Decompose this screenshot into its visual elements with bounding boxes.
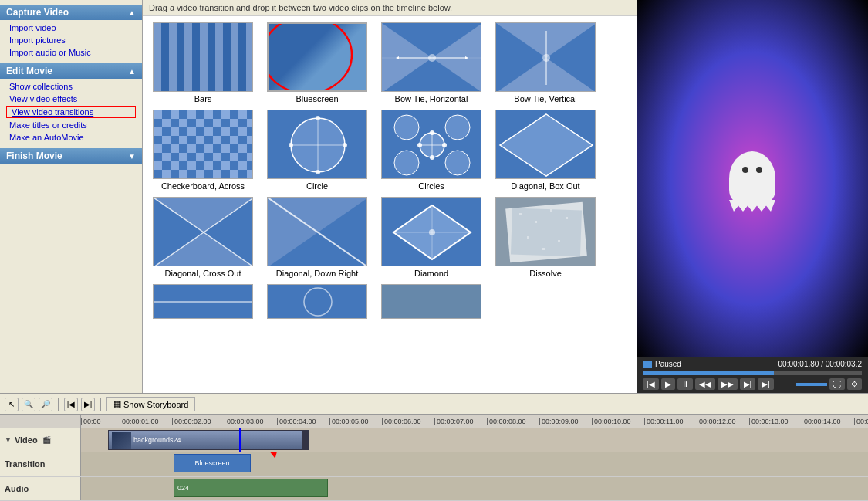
transitions-grid-container[interactable]: Bars Bluescreen: [143, 16, 637, 393]
show-storyboard-btn[interactable]: ▦ Show Storyboard: [106, 397, 195, 411]
capture-video-header[interactable]: Capture Video ▲: [0, 5, 142, 20]
thumb-bowtie-h: [381, 22, 481, 92]
toolbar-divider: [58, 398, 59, 411]
thumb-bowtie-v: [495, 22, 596, 92]
transition-item-bluescreen[interactable]: Bluescreen: [263, 22, 371, 103]
svg-point-23: [394, 151, 419, 175]
preview-step-fwd-btn[interactable]: ▶▶: [718, 378, 738, 390]
sidebar-item-make-titles[interactable]: Make titles or credits: [0, 119, 142, 131]
capture-video-label: Capture Video: [6, 7, 69, 18]
preview-time-total: 00:00:03.2: [826, 360, 862, 368]
sidebar-item-show-collections[interactable]: Show collections: [0, 80, 142, 93]
thumb-bluescreen: [267, 22, 367, 92]
preview-time-current: 00:00:01.80: [778, 360, 819, 368]
video-clip[interactable]: backgrounds24: [108, 430, 309, 450]
svg-point-16: [316, 116, 320, 120]
thumb-diagonal-box-out: [495, 110, 596, 179]
preview-settings-btn[interactable]: ⚙: [847, 378, 862, 390]
transition-item-circles[interactable]: Circles: [377, 110, 485, 191]
timeline-play-btn[interactable]: |◀: [64, 398, 78, 411]
ruler-mark-6: 00:00:06.00: [382, 418, 434, 425]
track-row-transition: Transition Bluescreen: [0, 452, 868, 476]
thumb-circles: [381, 110, 481, 179]
sidebar-item-import-video[interactable]: Import video: [0, 22, 142, 34]
svg-rect-62: [542, 248, 545, 250]
timeline-select-tool[interactable]: ↖: [5, 398, 19, 411]
transition-item-checker[interactable]: Checkerboard, Across: [149, 110, 257, 191]
ghost-eye-left: [742, 167, 748, 173]
svg-point-31: [442, 143, 447, 147]
thumb-circle: [267, 110, 367, 179]
video-track-name: Video: [15, 435, 38, 445]
track-content-video[interactable]: backgrounds24: [81, 428, 868, 452]
sidebar-item-view-effects[interactable]: View video effects: [0, 93, 142, 105]
track-content-transition[interactable]: Bluescreen: [81, 452, 868, 476]
audio-track-name: Audio: [5, 484, 29, 493]
toolbar-divider2: [100, 398, 101, 411]
ruler-marks: 00:00 00:00:01.00 00:00:02.00 00:00:03.0…: [81, 418, 868, 425]
track-content-audio[interactable]: 024: [81, 477, 868, 500]
thumb-bars: [153, 22, 253, 92]
timeline-play-btn2[interactable]: ▶|: [81, 398, 95, 411]
svg-point-28: [430, 130, 434, 135]
transition-label-bars: Bars: [194, 94, 212, 103]
transition-item-bowtie-v[interactable]: Bow Tie, Vertical: [491, 22, 599, 103]
ruler-mark-15: 00:00:15.00: [854, 418, 868, 425]
transition-item-partial2[interactable]: [263, 284, 371, 319]
transition-label-bowtie-h: Bow Tie, Horizontal: [395, 94, 468, 103]
transition-label-circles: Circles: [418, 181, 444, 191]
transition-item-diagonal-down-right[interactable]: Diagonal, Down Right: [263, 197, 371, 278]
audio-clip-label: 024: [177, 484, 189, 492]
preview-step-back-btn[interactable]: ◀◀: [695, 378, 715, 390]
transition-item-diagonal-box-out[interactable]: Diagonal, Box Out: [491, 110, 599, 191]
show-storyboard-label: Show Storyboard: [123, 400, 188, 409]
transition-item-bowtie-h[interactable]: Bow Tie, Horizontal: [377, 22, 485, 103]
preview-status-text: Paused: [643, 360, 681, 368]
sidebar-item-import-audio[interactable]: Import audio or Music: [0, 46, 142, 59]
transition-label-checker: Checkerboard, Across: [161, 181, 245, 191]
clip-right-handle[interactable]: [302, 431, 308, 449]
storyboard-icon: ▦: [113, 399, 121, 409]
preview-volume-bar[interactable]: [796, 383, 827, 386]
transition-item-diagonal-cross-out[interactable]: Diagonal, Cross Out: [149, 197, 257, 278]
sidebar-item-view-transitions[interactable]: View video transitions: [6, 106, 136, 118]
preview-fullscreen-btn[interactable]: ⛶: [829, 378, 845, 390]
transition-item-circle[interactable]: Circle: [263, 110, 371, 191]
sidebar-item-make-automovie[interactable]: Make an AutoMovie: [0, 131, 142, 144]
track-label-audio: Audio: [0, 477, 81, 500]
ruler-mark-5: 00:00:05.00: [329, 418, 382, 425]
track-label-video: ▼ Video 🎬: [0, 428, 81, 452]
preview-skip-end-btn[interactable]: ▶|: [758, 378, 774, 390]
transition-label-diagonal-cross-out: Diagonal, Cross Out: [164, 269, 241, 278]
transition-item-partial1[interactable]: [149, 284, 257, 319]
capture-video-arrow: ▲: [128, 8, 136, 17]
preview-controls: Paused 00:00:01.80 / 00:00:03.2 |◀ ▶ ⏸ ◀…: [637, 357, 868, 393]
transitions-grid: Bars Bluescreen: [149, 22, 630, 319]
transition-label-bowtie-v: Bow Tie, Vertical: [514, 94, 576, 103]
preview-skip-start-btn[interactable]: |◀: [643, 378, 659, 390]
transition-label-circle: Circle: [306, 181, 328, 191]
thumb-partial1: [153, 284, 253, 319]
sidebar-item-import-pictures[interactable]: Import pictures: [0, 34, 142, 46]
svg-point-19: [343, 143, 347, 147]
timeline-zoom-out-btn[interactable]: 🔎: [39, 398, 52, 411]
transition-item-partial3[interactable]: [377, 284, 485, 319]
finish-movie-header[interactable]: Finish Movie ▼: [0, 148, 142, 164]
preview-progress-bar[interactable]: [643, 371, 862, 375]
video-track-collapse[interactable]: ▼: [5, 436, 12, 444]
transition-item-diamond[interactable]: Diamond: [377, 197, 485, 278]
transition-item-bars[interactable]: Bars: [149, 22, 257, 103]
timeline-zoom-in-btn[interactable]: 🔍: [22, 398, 35, 411]
transition-label-diagonal-down-right: Diagonal, Down Right: [276, 269, 358, 278]
transition-item-dissolve[interactable]: Dissolve: [491, 197, 599, 278]
audio-clip[interactable]: 024: [174, 479, 328, 497]
transition-clip[interactable]: Bluescreen: [174, 454, 251, 472]
preview-pause-btn[interactable]: ⏸: [677, 378, 693, 390]
ruler-mark-10: 00:00:10.00: [592, 418, 644, 425]
preview-step-frame-fwd-btn[interactable]: ▶|: [740, 378, 756, 390]
preview-btn-row: |◀ ▶ ⏸ ◀◀ ▶▶ ▶| ▶| ⛶ ⚙: [643, 378, 862, 390]
edit-movie-header[interactable]: Edit Movie ▲: [0, 63, 142, 79]
preview-play-btn[interactable]: ▶: [661, 378, 675, 390]
timeline-cursor: [239, 428, 241, 452]
transitions-header: Drag a video transition and drop it betw…: [143, 0, 637, 16]
